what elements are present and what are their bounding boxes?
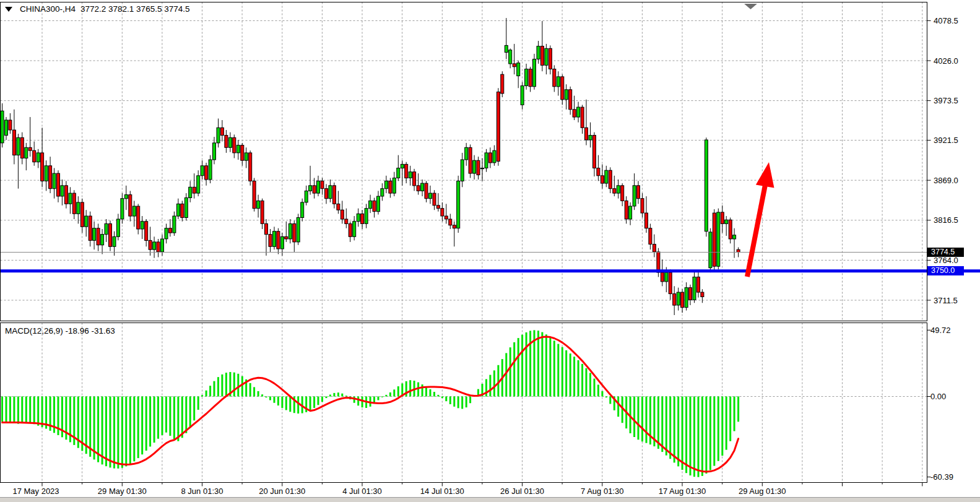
- last-price-badge: 3774.5: [927, 248, 964, 257]
- axis-ticks: [42, 20, 931, 486]
- macd-axis-label: 49.72: [930, 326, 951, 335]
- panel-borders: [1, 2, 927, 483]
- price-axis-label: 3711.5: [934, 296, 958, 305]
- macd-axis-label: -60.39: [930, 472, 953, 482]
- trend-arrow[interactable]: [747, 162, 774, 277]
- time-axis-label: 20 Jun 01:30: [259, 487, 305, 496]
- time-axis-label: 14 Jul 01:30: [420, 487, 464, 496]
- price-axis-label: 3869.0: [934, 176, 958, 185]
- price-axis-label: 3973.5: [934, 96, 958, 105]
- macd-histogram: [2, 330, 739, 477]
- time-axis-label: 26 Jul 01:30: [500, 487, 544, 496]
- time-axis-label: 29 May 01:30: [98, 487, 147, 496]
- trading-chart-window: CHINA300-,H4 3772.2 3782.1 3765.5 3774.5…: [0, 0, 980, 502]
- chart-shift-marker-icon[interactable]: [744, 4, 757, 9]
- time-axis-label: 17 Aug 01:30: [659, 487, 706, 496]
- chart-canvas[interactable]: [0, 0, 980, 502]
- price-axis-label: 3764.0: [934, 256, 958, 265]
- macd-indicator-label: MACD(12,26,9) -18.96 -31.63: [5, 326, 115, 335]
- ohlc-values: 3772.2 3782.1 3765.5 3774.5: [80, 4, 189, 14]
- macd-axis-label: 0.00: [930, 392, 946, 401]
- time-axis-label: 8 Jun 01:30: [181, 487, 223, 496]
- time-axis-label: 7 Aug 01:30: [581, 487, 623, 496]
- price-axis-label: 3921.5: [934, 136, 958, 145]
- price-axis-label: 4078.5: [934, 16, 958, 25]
- support-level-badge: 3750.0: [927, 266, 964, 275]
- time-axis-label: 17 May 2023: [12, 487, 59, 496]
- window-bottom-strip: [0, 497, 980, 502]
- chart-title: CHINA300-,H4 3772.2 3782.1 3765.5 3774.5: [5, 4, 189, 14]
- symbol-dropdown-icon[interactable]: [5, 7, 12, 12]
- time-axis-label: 29 Aug 01:30: [739, 487, 786, 496]
- symbol-period-label: CHINA300-,H4: [20, 4, 76, 14]
- price-axis-label: 4026.0: [934, 56, 958, 66]
- price-axis-label: 3816.5: [934, 215, 958, 225]
- time-axis-label: 4 Jul 01:30: [342, 487, 382, 496]
